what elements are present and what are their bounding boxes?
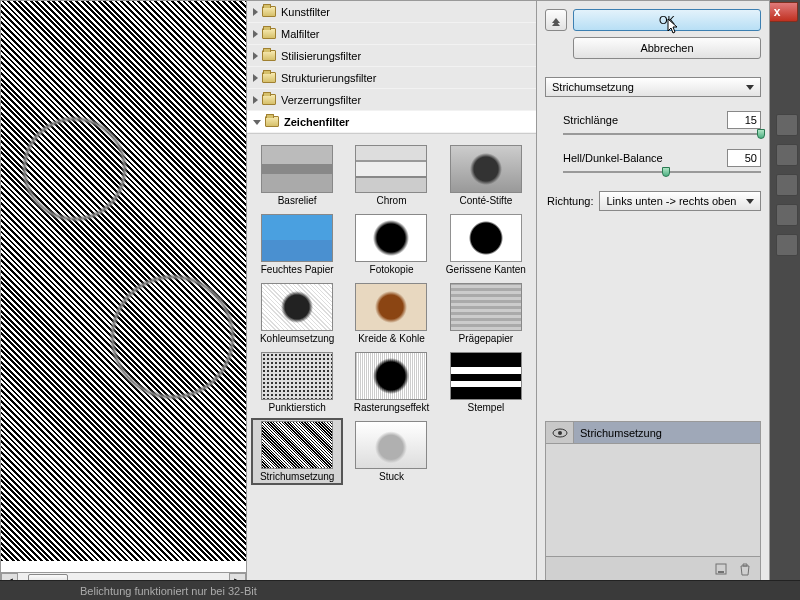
collapse-icon	[253, 120, 261, 125]
channels-panel-icon[interactable]	[776, 144, 798, 166]
category-malfilter[interactable]: Malfilter	[247, 23, 536, 45]
filter-stempel[interactable]: Stempel	[440, 349, 532, 416]
thumb-image	[355, 283, 427, 331]
expand-icon	[253, 30, 258, 38]
effect-layer-row[interactable]: Strichumsetzung	[546, 422, 760, 444]
filter-conte-stifte[interactable]: Conté-Stifte	[440, 142, 532, 209]
effect-layer-name: Strichumsetzung	[574, 422, 760, 443]
stroke-length-row: Strichlänge	[545, 111, 761, 135]
filter-category-pane: Kunstfilter Malfilter Stilisierungsfilte…	[247, 1, 537, 589]
layer-tools	[546, 556, 760, 580]
thumb-label: Basrelief	[278, 195, 317, 206]
thumb-label: Conté-Stifte	[459, 195, 512, 206]
ok-label: OK	[659, 14, 675, 26]
expand-icon	[253, 96, 258, 104]
cancel-button[interactable]: Abbrechen	[573, 37, 761, 59]
filter-gerissene-kanten[interactable]: Gerissene Kanten	[440, 211, 532, 278]
paths-panel-icon[interactable]	[776, 174, 798, 196]
category-verzerrungsfilter[interactable]: Verzerrungsfilter	[247, 89, 536, 111]
filter-dropdown[interactable]: Strichumsetzung	[545, 77, 761, 97]
preview-pane: ◄ ►	[1, 1, 247, 589]
eye-icon	[552, 428, 568, 438]
filter-punktierstich[interactable]: Punktierstich	[251, 349, 343, 416]
category-strukturierungsfilter[interactable]: Strukturierungsfilter	[247, 67, 536, 89]
filter-kohleumsetzung[interactable]: Kohleumsetzung	[251, 280, 343, 347]
thumb-label: Feuchtes Papier	[261, 264, 334, 275]
slider-thumb[interactable]	[757, 129, 765, 139]
thumb-label: Fotokopie	[370, 264, 414, 275]
thumb-image	[450, 352, 522, 400]
folder-icon	[262, 50, 276, 61]
collapse-panel-button[interactable]	[545, 9, 567, 31]
thumb-label: Strichumsetzung	[260, 471, 334, 482]
new-layer-icon[interactable]	[714, 562, 728, 576]
svg-point-1	[558, 431, 562, 435]
filter-feuchtes-papier[interactable]: Feuchtes Papier	[251, 211, 343, 278]
filter-praegepapier[interactable]: Prägepapier	[440, 280, 532, 347]
thumb-image	[450, 283, 522, 331]
category-label: Strukturierungsfilter	[281, 72, 376, 84]
filter-chrom[interactable]: Chrom	[345, 142, 437, 209]
category-stilisierungsfilter[interactable]: Stilisierungsfilter	[247, 45, 536, 67]
preview-image[interactable]	[1, 1, 246, 561]
direction-label: Richtung:	[547, 195, 593, 207]
direction-row: Richtung: Links unten -> rechts oben	[545, 191, 761, 211]
thumb-image	[355, 145, 427, 193]
thumb-label: Punktierstich	[269, 402, 326, 413]
folder-icon	[262, 6, 276, 17]
category-label: Zeichenfilter	[284, 116, 349, 128]
slider-thumb[interactable]	[662, 167, 670, 177]
folder-icon	[265, 116, 279, 127]
right-dock-panels	[774, 24, 800, 256]
filter-kreide-kohle[interactable]: Kreide & Kohle	[345, 280, 437, 347]
category-list: Kunstfilter Malfilter Stilisierungsfilte…	[247, 1, 536, 134]
category-label: Stilisierungsfilter	[281, 50, 361, 62]
trash-icon[interactable]	[738, 562, 752, 576]
thumb-image	[450, 145, 522, 193]
expand-icon	[253, 8, 258, 16]
thumb-image	[355, 421, 427, 469]
thumb-image	[261, 283, 333, 331]
balance-slider[interactable]	[563, 171, 761, 173]
filter-stuck[interactable]: Stuck	[345, 418, 437, 485]
category-label: Kunstfilter	[281, 6, 330, 18]
filter-fotokopie[interactable]: Fotokopie	[345, 211, 437, 278]
thumb-image	[261, 421, 333, 469]
direction-value: Links unten -> rechts oben	[606, 195, 736, 207]
folder-icon	[262, 72, 276, 83]
filter-thumbnail-grid: Basrelief Chrom Conté-Stifte Feuchtes Pa…	[247, 134, 536, 589]
filter-dropdown-value: Strichumsetzung	[552, 81, 634, 93]
chevron-up-icon	[552, 18, 560, 23]
thumb-image	[261, 352, 333, 400]
expand-icon	[253, 74, 258, 82]
thumb-label: Stuck	[379, 471, 404, 482]
folder-icon	[262, 28, 276, 39]
settings-pane: OK Abbrechen Strichumsetzung Strichlänge…	[537, 1, 769, 589]
stroke-length-input[interactable]	[727, 111, 761, 129]
expand-icon	[253, 52, 258, 60]
thumb-label: Rasterungseffekt	[354, 402, 429, 413]
filter-rasterungseffekt[interactable]: Rasterungseffekt	[345, 349, 437, 416]
thumb-image	[261, 145, 333, 193]
balance-input[interactable]	[727, 149, 761, 167]
category-label: Malfilter	[281, 28, 320, 40]
stroke-length-slider[interactable]	[563, 133, 761, 135]
filter-strichumsetzung[interactable]: Strichumsetzung	[251, 418, 343, 485]
effect-layers-panel: Strichumsetzung	[545, 421, 761, 581]
filter-basrelief[interactable]: Basrelief	[251, 142, 343, 209]
stroke-length-label: Strichlänge	[563, 114, 618, 126]
layers-panel-icon[interactable]	[776, 114, 798, 136]
ok-button[interactable]: OK	[573, 9, 761, 31]
thumb-label: Kohleumsetzung	[260, 333, 335, 344]
actions-panel-icon[interactable]	[776, 204, 798, 226]
thumb-label: Gerissene Kanten	[446, 264, 526, 275]
direction-dropdown[interactable]: Links unten -> rechts oben	[599, 191, 761, 211]
thumb-image	[450, 214, 522, 262]
thumb-image	[261, 214, 333, 262]
history-panel-icon[interactable]	[776, 234, 798, 256]
balance-label: Hell/Dunkel-Balance	[563, 152, 663, 164]
category-zeichenfilter[interactable]: Zeichenfilter	[247, 111, 536, 133]
visibility-toggle[interactable]	[546, 422, 574, 443]
thumb-label: Kreide & Kohle	[358, 333, 425, 344]
category-kunstfilter[interactable]: Kunstfilter	[247, 1, 536, 23]
